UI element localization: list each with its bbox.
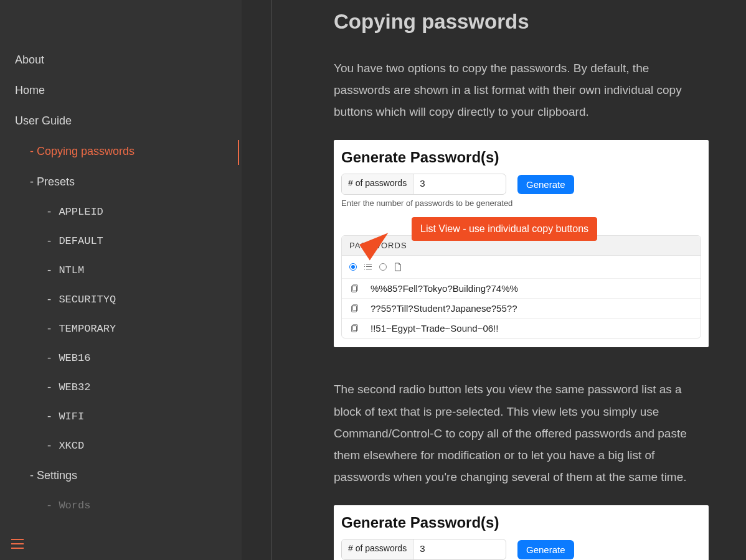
nav-preset-wifi[interactable]: - WIFI — [0, 402, 242, 431]
sidebar: About Home User Guide - Copying password… — [0, 0, 242, 560]
nav-label: Copying passwords — [37, 145, 135, 157]
screenshot-block-view: Generate Password(s) # of passwords 3 Ge… — [334, 505, 709, 560]
nav-home[interactable]: Home — [0, 75, 242, 106]
shot-title: Generate Password(s) — [341, 149, 701, 166]
nav-label: DEFAULT — [59, 235, 103, 247]
main-content: Copying passwords You have two options t… — [271, 0, 746, 560]
nav-label: WIFI — [59, 411, 84, 422]
nav-label: Words — [59, 500, 90, 511]
password-row: ??55?Till?Student?Japanese?55?? — [342, 298, 701, 318]
nav-label: Presets — [37, 175, 75, 188]
screenshot-list-view: Generate Password(s) # of passwords 3 Ge… — [334, 140, 709, 347]
shot-title: Generate Password(s) — [341, 514, 701, 531]
nav-about[interactable]: About — [0, 45, 242, 75]
nav-preset-ntlm[interactable]: - NTLM — [0, 256, 242, 285]
generate-button[interactable]: Generate — [517, 175, 574, 194]
nav-presets[interactable]: - Presets — [0, 167, 242, 197]
num-label: # of passwords — [342, 539, 413, 559]
page-title: Copying passwords — [334, 10, 709, 34]
intro-paragraph: You have two options to copy the passwor… — [334, 57, 709, 123]
copy-icon[interactable] — [349, 284, 359, 294]
password-row: !!51~Egypt~Trade~Sound~06!! — [342, 318, 701, 338]
nav-label: WEB16 — [59, 352, 90, 364]
nav-copying-passwords[interactable]: - Copying passwords — [0, 136, 242, 167]
password-row: %%85?Fell?Tokyo?Building?74%% — [342, 278, 701, 298]
nav-preset-appleid[interactable]: - APPLEID — [0, 197, 242, 226]
nav-label: TEMPORARY — [59, 323, 116, 335]
password-text: %%85?Fell?Tokyo?Building?74%% — [371, 283, 518, 294]
hamburger-icon[interactable] — [11, 539, 24, 549]
copy-icon[interactable] — [349, 304, 359, 314]
radio-list-view[interactable] — [349, 263, 357, 271]
hint-text: Enter the number of passwords to be gene… — [341, 198, 701, 208]
copy-icon[interactable] — [349, 324, 359, 334]
generate-row: # of passwords 3 Generate — [341, 539, 701, 560]
nav-preset-temporary[interactable]: - TEMPORARY — [0, 314, 242, 343]
password-text: !!51~Egypt~Trade~Sound~06!! — [371, 323, 498, 334]
nav-label: Settings — [37, 469, 77, 482]
nav-label: APPLEID — [59, 206, 103, 218]
second-paragraph: The second radio button lets you view th… — [334, 378, 709, 488]
list-icon — [363, 262, 373, 272]
nav-label: SECURITYQ — [59, 294, 116, 306]
nav-preset-web16[interactable]: - WEB16 — [0, 343, 242, 373]
num-passwords-input[interactable]: # of passwords 3 — [341, 539, 506, 560]
num-passwords-input[interactable]: # of passwords 3 — [341, 174, 506, 195]
num-value: 3 — [413, 539, 506, 559]
num-value: 3 — [413, 174, 506, 194]
nav-settings[interactable]: - Settings — [0, 460, 242, 491]
nav-label: NTLM — [59, 264, 84, 276]
nav-words[interactable]: - Words — [0, 491, 242, 520]
nav-preset-securityq[interactable]: - SECURITYQ — [0, 285, 242, 314]
generate-row: # of passwords 3 Generate — [341, 174, 701, 195]
generate-button[interactable]: Generate — [517, 540, 574, 559]
nav-preset-web32[interactable]: - WEB32 — [0, 373, 242, 402]
nav-label: WEB32 — [59, 381, 90, 393]
password-text: ??55?Till?Student?Japanese?55?? — [371, 303, 517, 314]
nav-preset-default[interactable]: - DEFAULT — [0, 226, 242, 256]
radio-block-view[interactable] — [379, 263, 387, 271]
view-toggle-row — [342, 256, 701, 278]
passwords-panel: List View - use individual copy buttons … — [341, 235, 701, 338]
callout-bubble: List View - use individual copy buttons — [412, 217, 597, 241]
nav-user-guide[interactable]: User Guide — [0, 106, 242, 136]
num-label: # of passwords — [342, 174, 413, 194]
nav-label: XKCD — [59, 440, 84, 452]
file-icon — [393, 262, 403, 272]
nav-preset-xkcd[interactable]: - XKCD — [0, 431, 242, 460]
